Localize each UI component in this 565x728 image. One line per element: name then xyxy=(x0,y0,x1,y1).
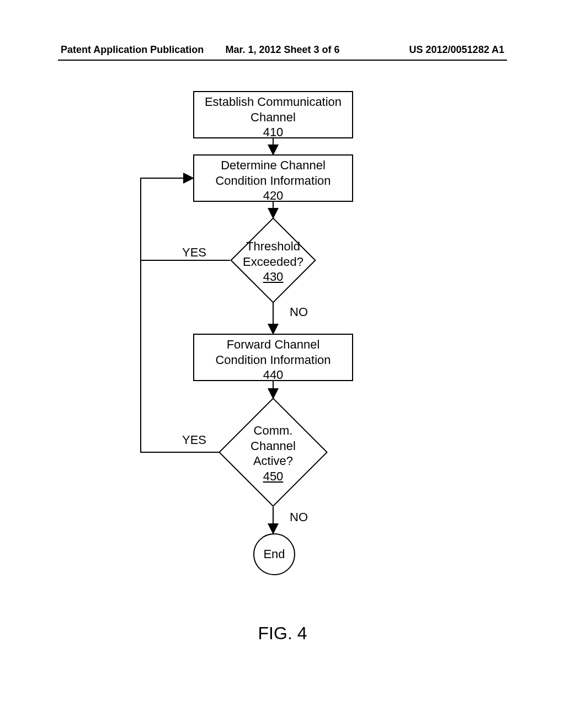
step-420-line2: Condition Information xyxy=(194,173,352,189)
end-label: End xyxy=(263,547,285,561)
step-420-box: Determine Channel Condition Information … xyxy=(193,154,353,202)
header-center: Mar. 1, 2012 Sheet 3 of 6 xyxy=(225,44,339,56)
label-yes-450: YES xyxy=(182,433,206,447)
header-divider xyxy=(58,60,507,61)
step-410-num: 410 xyxy=(194,125,352,140)
end-terminal: End xyxy=(253,533,295,575)
step-440-num: 440 xyxy=(194,367,352,383)
label-yes-430: YES xyxy=(182,245,206,260)
header-left: Patent Application Publication xyxy=(61,44,204,56)
step-410-box: Establish Communication Channel 410 xyxy=(193,91,353,138)
step-440-line1: Forward Channel xyxy=(194,337,352,352)
step-440-line2: Condition Information xyxy=(194,352,352,368)
step-410-line1: Establish Communication xyxy=(194,94,352,110)
decision-450-diamond xyxy=(218,398,328,507)
header-right: US 2012/0051282 A1 xyxy=(409,44,504,56)
figure-label: FIG. 4 xyxy=(258,623,307,644)
step-410-line2: Channel xyxy=(194,110,352,125)
label-no-450: NO xyxy=(290,510,308,524)
label-no-430: NO xyxy=(290,305,308,319)
flowchart-canvas: Establish Communication Channel 410 Dete… xyxy=(0,85,565,637)
step-420-num: 420 xyxy=(194,188,352,204)
decision-430-diamond xyxy=(230,217,316,303)
step-440-box: Forward Channel Condition Information 44… xyxy=(193,334,353,381)
step-420-line1: Determine Channel xyxy=(194,158,352,173)
